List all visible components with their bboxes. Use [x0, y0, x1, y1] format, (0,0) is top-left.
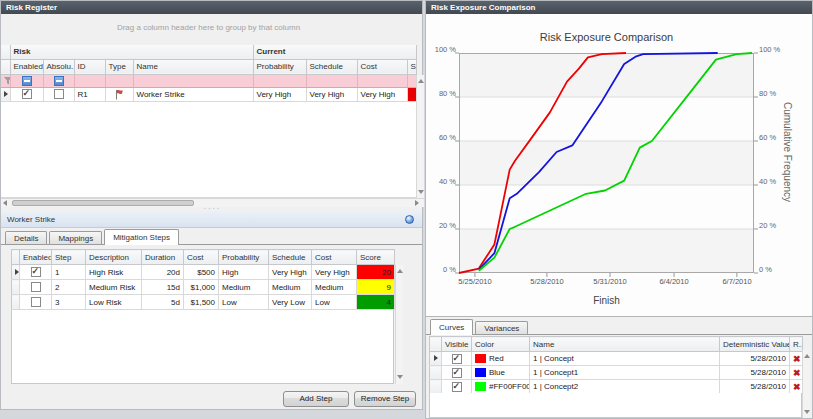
- col-probability[interactable]: Probability: [253, 59, 306, 74]
- risk-score-cell[interactable]: [407, 87, 416, 101]
- group-header-risk[interactable]: Risk: [10, 45, 253, 59]
- cost-cell[interactable]: $1,500: [184, 295, 219, 310]
- row-indicator[interactable]: [430, 380, 442, 394]
- group-header-current[interactable]: Current: [253, 45, 416, 59]
- curves-vertical-scrollbar[interactable]: [802, 350, 810, 418]
- duration-cell[interactable]: 5d: [142, 295, 184, 310]
- probability-cell[interactable]: Low: [219, 295, 269, 310]
- mitigation-vertical-scrollbar[interactable]: [395, 265, 403, 384]
- duration-cell[interactable]: 20d: [142, 265, 184, 280]
- col-schedule[interactable]: Schedule: [269, 250, 312, 265]
- filter-cell[interactable]: [133, 74, 253, 87]
- score-cell[interactable]: 20: [357, 265, 395, 280]
- row-indicator[interactable]: [12, 280, 20, 295]
- row-indicator[interactable]: [12, 295, 20, 310]
- cost2-cell[interactable]: Low: [312, 295, 357, 310]
- probability-cell[interactable]: High: [219, 265, 269, 280]
- risk-name-cell[interactable]: Worker Strike: [133, 87, 253, 101]
- absolute-checkbox[interactable]: [43, 87, 74, 101]
- schedule-cell[interactable]: Medium: [269, 280, 312, 295]
- step-cell[interactable]: 3: [52, 295, 86, 310]
- description-cell[interactable]: Medium Risk: [86, 280, 142, 295]
- col-duration[interactable]: Duration: [142, 250, 184, 265]
- remove-step-button[interactable]: Remove Step: [354, 391, 416, 407]
- description-cell[interactable]: Low Risk: [86, 295, 142, 310]
- filter-cell[interactable]: [407, 74, 416, 87]
- description-cell[interactable]: High Risk: [86, 265, 142, 280]
- enabled-checkbox[interactable]: [10, 87, 43, 101]
- color-cell[interactable]: Red: [472, 352, 530, 366]
- filter-cell[interactable]: [357, 74, 407, 87]
- filter-cell[interactable]: [253, 74, 306, 87]
- col-type[interactable]: Type: [105, 59, 133, 74]
- step-cell[interactable]: 1: [52, 265, 86, 280]
- delete-curve-icon[interactable]: ✖: [790, 352, 803, 366]
- filter-enabled-checkbox-icon[interactable]: [10, 74, 43, 87]
- row-indicator[interactable]: [12, 265, 20, 280]
- deterministic-value-cell[interactable]: 5/28/2010: [720, 352, 790, 366]
- col-name[interactable]: Name: [530, 337, 720, 352]
- filter-cell[interactable]: [105, 74, 133, 87]
- row-indicator[interactable]: [430, 352, 442, 366]
- row-indicator[interactable]: [430, 366, 442, 380]
- col-cost[interactable]: Cost: [357, 59, 407, 74]
- filter-cell[interactable]: [306, 74, 357, 87]
- cost2-cell[interactable]: Very High: [312, 265, 357, 280]
- col-id[interactable]: ID: [74, 59, 105, 74]
- color-cell[interactable]: Blue: [472, 366, 530, 380]
- tab-details[interactable]: Details: [5, 231, 47, 245]
- filter-cell[interactable]: [74, 74, 105, 87]
- tab-mitigation-steps[interactable]: Mitigation Steps: [104, 229, 179, 245]
- curve-name-cell[interactable]: 1 | Concept2: [530, 380, 720, 394]
- probability-cell[interactable]: Medium: [219, 280, 269, 295]
- tab-variances[interactable]: Variances: [475, 321, 528, 335]
- col-step[interactable]: Step: [52, 250, 86, 265]
- col-score[interactable]: Score: [357, 250, 395, 265]
- visible-checkbox[interactable]: [442, 352, 472, 366]
- cost-cell[interactable]: $500: [184, 265, 219, 280]
- flag-icon[interactable]: [105, 87, 133, 101]
- col-remove[interactable]: R...: [790, 337, 803, 352]
- col-description[interactable]: Description: [86, 250, 142, 265]
- visible-checkbox[interactable]: [442, 380, 472, 394]
- collapse-icon[interactable]: [405, 215, 414, 224]
- risk-schedule-cell[interactable]: Very High: [306, 87, 357, 101]
- col-enabled[interactable]: Enabled: [10, 59, 43, 74]
- col-deterministic-value[interactable]: Deterministic Value: [720, 337, 790, 352]
- deterministic-value-cell[interactable]: 5/28/2010: [720, 380, 790, 394]
- deterministic-value-cell[interactable]: 5/28/2010: [720, 366, 790, 380]
- curve-name-cell[interactable]: 1 | Concept1: [530, 366, 720, 380]
- col-name[interactable]: Name: [133, 59, 253, 74]
- step-enabled-checkbox[interactable]: [20, 280, 52, 295]
- step-enabled-checkbox[interactable]: [20, 295, 52, 310]
- tab-curves[interactable]: Curves: [430, 319, 473, 335]
- col-score[interactable]: Sc: [407, 59, 416, 74]
- col-visible[interactable]: Visible: [442, 337, 472, 352]
- col-cost[interactable]: Cost: [184, 250, 219, 265]
- col-cost2[interactable]: Cost: [312, 250, 357, 265]
- add-step-button[interactable]: Add Step: [283, 391, 349, 407]
- color-cell[interactable]: #FF00FF00: [472, 380, 530, 394]
- score-cell[interactable]: 4: [357, 295, 395, 310]
- risk-probability-cell[interactable]: Very High: [253, 87, 306, 101]
- step-enabled-checkbox[interactable]: [20, 265, 52, 280]
- col-probability[interactable]: Probability: [219, 250, 269, 265]
- duration-cell[interactable]: 15d: [142, 280, 184, 295]
- col-absolute[interactable]: Absolu...: [43, 59, 74, 74]
- schedule-cell[interactable]: Very High: [269, 265, 312, 280]
- row-indicator[interactable]: [1, 87, 10, 101]
- register-vertical-scrollbar[interactable]: [416, 75, 424, 198]
- col-schedule[interactable]: Schedule: [306, 59, 357, 74]
- delete-curve-icon[interactable]: ✖: [790, 380, 803, 394]
- delete-curve-icon[interactable]: ✖: [790, 366, 803, 380]
- col-color[interactable]: Color: [472, 337, 530, 352]
- visible-checkbox[interactable]: [442, 366, 472, 380]
- risk-id-cell[interactable]: R1: [74, 87, 105, 101]
- risk-cost-cell[interactable]: Very High: [357, 87, 407, 101]
- curve-name-cell[interactable]: 1 | Concept: [530, 352, 720, 366]
- cost-cell[interactable]: $1,000: [184, 280, 219, 295]
- filter-absolute-checkbox-icon[interactable]: [43, 74, 74, 87]
- schedule-cell[interactable]: Very Low: [269, 295, 312, 310]
- step-cell[interactable]: 2: [52, 280, 86, 295]
- score-cell[interactable]: 9: [357, 280, 395, 295]
